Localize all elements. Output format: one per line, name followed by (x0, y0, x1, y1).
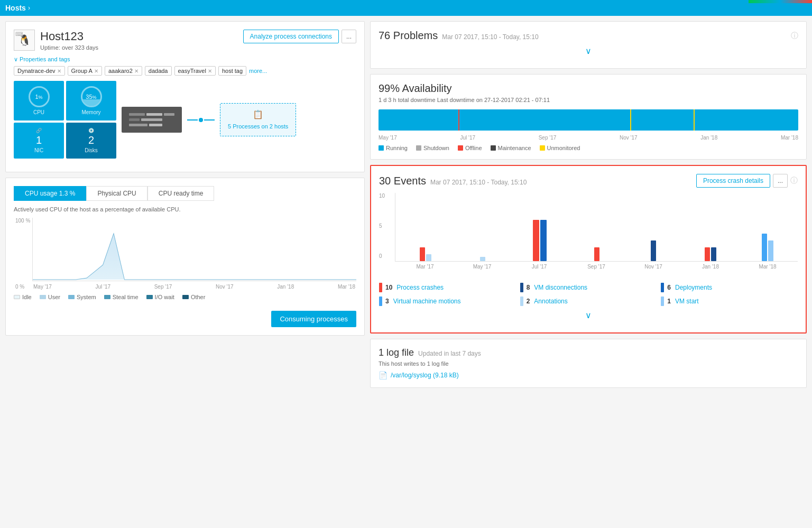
legend-steal: Steal time (104, 294, 139, 300)
tag-aaakaro2[interactable]: aaakaro2 ✕ (105, 66, 142, 76)
disk-visual (122, 107, 182, 133)
tab-cpu-ready[interactable]: CPU ready time (147, 186, 215, 201)
problems-expand-button[interactable]: ∨ (379, 42, 798, 60)
chart-x-labels: May '17 Jul '17 Sep '17 Nov '17 Jan '18 … (32, 284, 356, 290)
tags-row: Dynatrace-dev ✕ Group A ✕ aaakaro2 ✕ dad… (14, 66, 356, 76)
availability-x-labels: May '17 Jul '17 Sep '17 Nov '17 Jan '18 … (379, 135, 798, 141)
avail-x-nov17: Nov '17 (620, 135, 638, 141)
more-options-button[interactable]: ... (342, 30, 356, 43)
events-bars (395, 193, 798, 262)
tab-cpu-usage[interactable]: CPU usage 1.3 % (14, 186, 86, 201)
host-header: ⌨ 🐧 Host123 Uptime: over 323 days Analyz… (14, 30, 356, 51)
top-nav-bar: Hosts › (0, 0, 812, 16)
bar-annot-mar17 (426, 254, 431, 261)
vmmotion-label[interactable]: Virtual machine motions (393, 298, 461, 305)
more-tags-link[interactable]: more... (249, 68, 267, 74)
nic-label: NIC (34, 147, 43, 153)
memory-value: 35 (86, 94, 92, 100)
x-label-nov17: Nov '17 (216, 284, 234, 290)
nic-tile[interactable]: 🔗 1 NIC (14, 123, 64, 159)
host-name: Host123 (40, 30, 98, 43)
x-nov17: Nov '17 (626, 264, 681, 270)
disconn-count: 8 (527, 284, 530, 291)
events-title: 30 Events (379, 175, 426, 187)
annot-count: 2 (527, 298, 530, 305)
problems-title: 76 Problems (379, 30, 438, 42)
events-more-button[interactable]: ... (773, 174, 788, 188)
annot-label[interactable]: Annotations (534, 298, 567, 305)
host-icon: ⌨ 🐧 (14, 30, 35, 51)
events-legend: 10 Process crashes 8 VM disconnections 6… (379, 283, 798, 306)
bar-vmmotion-mar18 (762, 234, 767, 261)
deploy-label[interactable]: Deployments (675, 284, 712, 291)
annot-bar-icon (520, 297, 523, 306)
y-label-5: 5 (379, 223, 385, 229)
tag-dadada: dadada (145, 66, 172, 76)
avail-x-may17: May '17 (379, 135, 397, 141)
tag-remove-aaakaro2[interactable]: ✕ (134, 68, 139, 74)
log-file-link[interactable]: 📄 /var/log/syslog (9.18 kB) (379, 371, 798, 379)
y-label-min: 0 % (15, 284, 30, 290)
events-info-icon[interactable]: ⓘ (790, 176, 798, 186)
avail-x-sep17: Sep '17 (539, 135, 557, 141)
process-crash-details-button[interactable]: Process crash details (696, 174, 770, 188)
cpu-tile[interactable]: 1% CPU (14, 81, 64, 121)
bar-group-mar17 (398, 193, 453, 261)
consuming-processes-button[interactable]: Consuming processes (271, 311, 356, 327)
x-may17: May '17 (455, 264, 510, 270)
events-title-row: 30 Events Mar 07 2017, 15:10 - Today, 15… (379, 175, 527, 187)
cpu-pct: % (39, 95, 43, 100)
tag-easytravel[interactable]: easyTravel ✕ (174, 66, 216, 76)
tag-group-a[interactable]: Group A ✕ (68, 66, 102, 76)
problems-info-icon[interactable]: ⓘ (791, 31, 798, 41)
vmmotion-bar-icon (379, 297, 382, 306)
main-content: ⌨ 🐧 Host123 Uptime: over 323 days Analyz… (0, 16, 812, 528)
crash-label[interactable]: Process crashes (396, 284, 444, 291)
events-expand-button[interactable]: ∨ (379, 306, 798, 325)
x-mar17: Mar '17 (398, 264, 453, 270)
vmstart-count: 1 (667, 298, 671, 305)
vmstart-label[interactable]: VM start (675, 298, 699, 305)
system-dot (68, 295, 75, 299)
connector (187, 118, 215, 122)
problems-header: 76 Problems Mar 07 2017, 15:10 - Today, … (379, 30, 798, 42)
properties-label[interactable]: Properties and tags (14, 56, 356, 63)
analyze-connections-button[interactable]: Analyze process connections (243, 30, 339, 43)
events-card: 30 Events Mar 07 2017, 15:10 - Today, 15… (370, 165, 807, 334)
tag-remove-easytravel[interactable]: ✕ (208, 68, 212, 74)
system-label: System (77, 294, 96, 300)
events-x-labels: Mar '17 May '17 Jul '17 Sep '17 Nov '17 … (395, 262, 798, 270)
x-sep17: Sep '17 (569, 264, 624, 270)
tag-dynatrace-dev[interactable]: Dynatrace-dev ✕ (14, 66, 65, 76)
log-file-path[interactable]: /var/log/syslog (9.18 kB) (391, 372, 459, 379)
bar-annot-may17 (480, 257, 485, 261)
breadcrumb-hosts[interactable]: Hosts (5, 4, 26, 12)
metrics-tiles: 1% CPU 35% Memory 🔗 (14, 81, 116, 159)
processes-box[interactable]: 📋 5 Processes on 2 hosts (220, 103, 296, 137)
shutdown-label: Shutdown (423, 145, 449, 151)
events-actions: Process crash details ... ⓘ (696, 174, 798, 188)
idle-label: Idle (22, 294, 32, 300)
legend-running: Running (379, 145, 408, 151)
legend-offline: Offline (458, 145, 482, 151)
disk-tile[interactable]: 💿 2 Disks (66, 123, 116, 159)
legend-system: System (68, 294, 96, 300)
events-chart-wrapper: 10 5 0 (395, 193, 798, 270)
deploy-bar-icon (661, 283, 664, 292)
x-mar18: Mar '18 (740, 264, 795, 270)
legend-maintenance: Maintenance (491, 145, 531, 151)
disk-value: 2 (88, 134, 94, 146)
idle-dot (14, 295, 20, 299)
chart-y-labels: 100 % 0 % (15, 218, 30, 290)
bar-vmstart-mar18 (768, 240, 773, 261)
log-title: 1 log file (379, 347, 414, 358)
other-dot (182, 295, 189, 299)
memory-tile[interactable]: 35% Memory (66, 81, 116, 121)
cpu-circle: 1% (29, 86, 50, 107)
tag-remove-dynatrace-dev[interactable]: ✕ (57, 68, 61, 74)
log-updated: Updated in last 7 days (418, 350, 481, 357)
tab-physical-cpu[interactable]: Physical CPU (86, 186, 147, 201)
disconn-bar-icon (520, 283, 523, 292)
disconn-label[interactable]: VM disconnections (534, 284, 587, 291)
tag-remove-group-a[interactable]: ✕ (94, 68, 98, 74)
